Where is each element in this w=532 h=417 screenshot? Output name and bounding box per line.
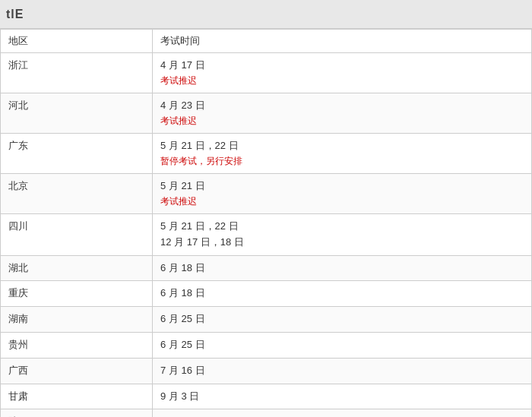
cell-note: 考试推迟 — [160, 194, 524, 209]
table-row: 河北4 月 23 日考试推迟 — [1, 93, 532, 133]
cell-time: 4 月 17 日考试推迟 — [153, 53, 532, 93]
table-row: 四川5 月 21 日，22 日12 月 17 日，18 日 — [1, 213, 532, 255]
cell-time: 5 月 21 日，22 日暂停考试，另行安排 — [153, 133, 532, 173]
cell-region: 浙江 — [1, 53, 153, 93]
cell-region: 贵州 — [1, 332, 153, 358]
cell-region: 重庆 — [1, 281, 153, 307]
exam-table: 地区 考试时间 浙江4 月 17 日考试推迟河北4 月 23 日考试推迟广东5 … — [0, 29, 532, 417]
page-wrapper: tlE 地区 考试时间 浙江4 月 17 日考试推迟河北4 月 23 日考试推迟… — [0, 0, 532, 417]
table-row: 湖南6 月 25 日 — [1, 307, 532, 333]
cell-region: 北京 — [1, 173, 153, 213]
cell-region: 河北 — [1, 93, 153, 133]
table-row: 广东5 月 21 日，22 日暂停考试，另行安排 — [1, 133, 532, 173]
table-row: 湖北6 月 18 日 — [1, 255, 532, 281]
cell-time: 5 月 21 日，22 日12 月 17 日，18 日 — [153, 213, 532, 255]
cell-region: 陕西 — [1, 409, 153, 417]
table-row: 广西7 月 16 日 — [1, 358, 532, 384]
cell-time: 6 月 25 日 — [153, 307, 532, 333]
cell-note: 考试推迟 — [160, 74, 524, 88]
table-row: 浙江4 月 17 日考试推迟 — [1, 53, 532, 93]
cell-time: 7 月 16 日 — [153, 358, 532, 384]
cell-note: 暂停考试，另行安排 — [160, 154, 524, 169]
col-header-time: 考试时间 — [153, 30, 532, 53]
col-header-region: 地区 — [1, 30, 153, 53]
table-container: 地区 考试时间 浙江4 月 17 日考试推迟河北4 月 23 日考试推迟广东5 … — [0, 29, 532, 417]
cell-note: 考试推迟 — [160, 114, 524, 128]
cell-region: 甘肃 — [1, 384, 153, 409]
cell-time: 5 月 21 日考试推迟 — [153, 173, 532, 213]
cell-time: 9 月 24 日 — [153, 409, 532, 417]
cell-region: 广西 — [1, 358, 153, 384]
table-row: 北京5 月 21 日考试推迟 — [1, 173, 532, 213]
header-logo: tlE — [6, 8, 24, 21]
cell-region: 广东 — [1, 133, 153, 173]
header-bar: tlE — [0, 0, 532, 29]
cell-time: 9 月 3 日 — [153, 384, 532, 409]
table-row: 甘肃9 月 3 日 — [1, 384, 532, 409]
cell-region: 湖南 — [1, 307, 153, 333]
cell-region: 四川 — [1, 213, 153, 255]
cell-time: 6 月 18 日 — [153, 255, 532, 281]
table-row: 重庆6 月 18 日 — [1, 281, 532, 307]
cell-time: 6 月 25 日 — [153, 332, 532, 358]
table-header-row: 地区 考试时间 — [1, 30, 532, 53]
cell-time: 4 月 23 日考试推迟 — [153, 93, 532, 133]
table-row: 贵州6 月 25 日 — [1, 332, 532, 358]
cell-time: 6 月 18 日 — [153, 281, 532, 307]
table-row: 陕西9 月 24 日 — [1, 409, 532, 417]
cell-region: 湖北 — [1, 255, 153, 281]
